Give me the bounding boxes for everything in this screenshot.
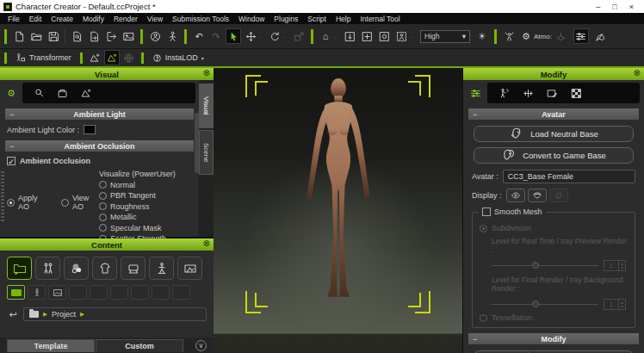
select-tool-button[interactable]	[226, 28, 241, 44]
instalod-dropdown[interactable]: ▾	[201, 55, 207, 61]
tab-template[interactable]: Template	[7, 339, 95, 352]
category-project-button[interactable]	[7, 257, 32, 280]
collapse-icon[interactable]: −	[9, 142, 14, 151]
visualize-roughness-row[interactable]: Roughness	[99, 202, 192, 211]
adjust-bones-tab[interactable]	[520, 85, 536, 101]
menu-view[interactable]: View	[147, 15, 163, 23]
side-tab-scene[interactable]: Scene	[199, 130, 214, 175]
edit-texture-tab[interactable]	[544, 85, 560, 101]
display-settings-tab[interactable]: ⚙	[3, 85, 19, 101]
menu-submission-tools[interactable]: Submission Tools	[172, 15, 229, 23]
camera-view-button[interactable]	[376, 28, 392, 44]
atmosphere-button[interactable]: ⚙	[518, 28, 534, 44]
mesh-display-tab[interactable]	[77, 85, 93, 101]
visualize-metallic-row[interactable]: Metallic	[99, 213, 192, 221]
transformer-button[interactable]: Transformer	[11, 51, 76, 65]
subcategory-figure-slot[interactable]	[28, 285, 46, 300]
menu-modify[interactable]: Modify	[83, 15, 104, 23]
edit-mesh-button[interactable]	[87, 50, 102, 65]
move-tool-dropdown[interactable]: .	[260, 34, 265, 39]
view-ao-radio-row[interactable]: View AO	[61, 194, 99, 211]
render-sun-light-button[interactable]: ☀	[474, 28, 490, 44]
render-image-button[interactable]	[121, 28, 136, 44]
menu-plugins[interactable]: Plugins	[274, 15, 298, 23]
frame-selected-button[interactable]	[342, 28, 357, 44]
import-content-button[interactable]	[69, 28, 84, 44]
light-settings-tab[interactable]	[31, 85, 46, 101]
side-tab-visual[interactable]: Visual	[199, 84, 214, 128]
view-ao-radio[interactable]	[61, 199, 69, 207]
menu-window[interactable]: Window	[238, 15, 264, 23]
menu-file[interactable]: File	[8, 15, 20, 23]
render-quality-dropdown[interactable]: High ▾	[420, 30, 470, 43]
instalod-button[interactable]: InstaLOD ▾	[148, 51, 211, 65]
visualize-roughness-radio[interactable]	[99, 202, 107, 210]
visualize-normal-radio[interactable]	[99, 181, 107, 189]
home-view-dropdown[interactable]: .	[335, 34, 340, 39]
smooth-mesh-checkbox[interactable]	[482, 207, 491, 216]
apply-ao-radio[interactable]	[7, 199, 15, 207]
shadow-settings-tab[interactable]	[54, 85, 70, 101]
goz-roundtrip-button[interactable]	[147, 28, 163, 44]
export-fbx-button[interactable]	[103, 28, 119, 44]
avatar-name-field[interactable]	[503, 170, 635, 183]
category-material-button[interactable]	[64, 257, 89, 280]
new-project-button[interactable]	[11, 28, 27, 44]
menu-help[interactable]: Help	[336, 15, 350, 23]
export-content-button[interactable]	[86, 28, 102, 44]
category-cloth-button[interactable]	[92, 257, 117, 280]
open-project-button[interactable]	[28, 28, 44, 44]
attribute-settings-tab[interactable]	[468, 85, 483, 101]
category-accessory-button[interactable]	[121, 257, 146, 280]
texture-checker-tab[interactable]	[568, 85, 584, 101]
sketch-mode-button[interactable]	[593, 28, 609, 44]
visualize-specular-mask-radio[interactable]	[99, 224, 107, 232]
mesh-sphere-button[interactable]	[121, 50, 137, 65]
visual-settings-toggle-button[interactable]	[573, 28, 589, 44]
load-neutral-base-button[interactable]: Load Neutral Base	[474, 126, 634, 142]
undo-button[interactable]: ↶	[191, 28, 207, 44]
zoom-region-dropdown[interactable]: .	[411, 34, 416, 39]
apply-ao-radio-row[interactable]: Apply AO	[7, 194, 47, 211]
ambient-light-color-swatch[interactable]	[84, 125, 96, 134]
modify-panel-close-icon[interactable]: ⊗	[634, 68, 641, 77]
viewport-3d[interactable]	[214, 68, 462, 353]
collapse-icon[interactable]: −	[473, 110, 477, 119]
subcategory-avatar-slot[interactable]	[7, 285, 25, 300]
shadow-catcher-button[interactable]	[554, 28, 569, 44]
category-pose-button[interactable]	[149, 257, 174, 280]
edit-mesh-active-button[interactable]	[104, 50, 120, 65]
subcategory-image-slot[interactable]	[48, 285, 66, 300]
pose-tool-button[interactable]	[164, 28, 180, 44]
collapse-icon[interactable]: −	[473, 335, 477, 344]
menu-internal-tool[interactable]: Internal Tool	[360, 15, 399, 23]
avatar-section-bar[interactable]: − Avatar	[468, 108, 639, 120]
maximize-button[interactable]: □	[612, 3, 616, 11]
minimize-button[interactable]: –	[596, 3, 600, 11]
save-project-button[interactable]	[46, 28, 61, 44]
category-actor-button[interactable]	[35, 257, 60, 280]
visualize-pbr-tangent-row[interactable]: PBR Tangent	[99, 191, 192, 200]
content-expand-icon[interactable]: ∨	[195, 340, 207, 351]
menu-create[interactable]: Create	[51, 15, 73, 23]
visual-panel-scrollbar[interactable]	[195, 113, 199, 173]
modify-section-bar[interactable]: − Modify	[468, 333, 639, 344]
category-stage-button[interactable]	[177, 257, 202, 280]
display-eye-button[interactable]	[506, 189, 525, 202]
move-tool-button[interactable]	[243, 28, 258, 44]
ambient-occlusion-section-bar[interactable]: − Ambient Occlusion	[5, 140, 194, 152]
scale-tool-button[interactable]	[291, 28, 307, 44]
ambient-light-section-bar[interactable]: − Ambient Light	[5, 108, 194, 120]
ambient-occlusion-checkbox[interactable]: ✓	[7, 157, 15, 165]
rotate-tool-dropdown[interactable]: .	[284, 34, 289, 39]
visualize-metallic-radio[interactable]	[99, 214, 107, 221]
collapse-icon[interactable]: −	[9, 110, 14, 119]
close-button[interactable]: ×	[629, 3, 634, 11]
display-hidden-button[interactable]	[549, 189, 568, 202]
panel-grip[interactable]	[1, 171, 4, 223]
morph-tab[interactable]	[496, 85, 511, 101]
convert-to-game-base-button[interactable]: Convert to Game Base	[474, 147, 634, 164]
zoom-region-button[interactable]	[393, 28, 409, 44]
menu-render[interactable]: Render	[114, 15, 138, 23]
frame-all-button[interactable]	[359, 28, 375, 44]
